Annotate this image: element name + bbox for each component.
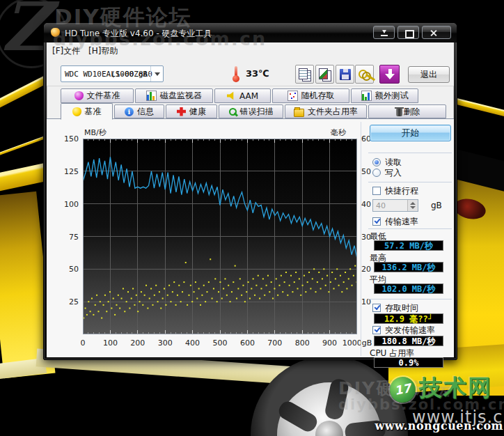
hdtune-window: HD Tune 专业版 v4.60 - 硬盘专业工具 [F]文件 [H]帮助 W… — [43, 22, 457, 360]
folder-usage-icon — [294, 109, 304, 117]
access-time-checkbox[interactable] — [372, 304, 381, 312]
exit-button[interactable]: 退出 — [408, 66, 450, 83]
tab-health[interactable]: 健康 — [166, 104, 217, 118]
restore-icon — [405, 30, 414, 38]
thermometer-icon — [232, 66, 240, 82]
chart-svg — [83, 139, 357, 334]
x-tick: 600 — [232, 338, 262, 348]
left-tick: 75 — [58, 233, 79, 242]
left-tick: 150 — [58, 134, 79, 143]
tab-label: 文件基准 — [87, 90, 120, 102]
spinner-value: 40 — [376, 201, 386, 210]
panel-divider — [361, 122, 361, 356]
menu-help[interactable]: [H]帮助 — [86, 45, 120, 57]
left-tick: 100 — [58, 200, 79, 209]
spinner-arrows[interactable] — [407, 200, 418, 211]
x-tick: 200 — [123, 338, 153, 348]
tab-label: 信息 — [137, 106, 154, 118]
menu-bar: [F]文件 [H]帮助 — [47, 42, 454, 59]
access-time-value: 12.9 毫??┘ — [374, 313, 443, 324]
tab-label: 随机存取 — [301, 90, 335, 102]
write-radio[interactable] — [372, 169, 381, 177]
minimize-button[interactable] — [373, 26, 395, 39]
read-radio[interactable] — [372, 158, 381, 166]
spinner-unit: gB — [431, 201, 442, 210]
health-icon — [177, 107, 186, 116]
tab-benchmark[interactable]: 基准 — [61, 103, 113, 120]
max-value: 136.2 MB/秒 — [374, 262, 443, 272]
extra-tests-icon — [361, 91, 372, 101]
left-tick: 50 — [58, 265, 79, 274]
close-button[interactable] — [422, 26, 451, 39]
burst-rate-value: 180.8 MB/秒 — [374, 336, 443, 346]
x-tick: 900 — [315, 338, 345, 348]
save-button[interactable] — [336, 65, 354, 84]
transfer-rate-label[interactable]: 传输速率 — [385, 216, 418, 228]
short-stroke-label[interactable]: 快捷行程 — [385, 185, 418, 197]
benchmark-icon — [72, 107, 81, 116]
left-axis-title: MB/秒 — [84, 127, 107, 138]
license-keys-button[interactable] — [355, 65, 374, 84]
left-tick: 25 — [58, 297, 79, 306]
copy-image-icon — [319, 68, 328, 79]
x-tick: 300 — [150, 338, 180, 348]
right-axis-title: 毫秒 — [331, 127, 346, 138]
download-button[interactable] — [379, 65, 400, 84]
title-bar[interactable]: HD Tune 专业版 v4.60 - 硬盘专业工具 — [44, 23, 457, 42]
short-stroke-checkbox[interactable] — [372, 187, 381, 195]
chevron-down-icon[interactable] — [150, 66, 163, 81]
error-scan-icon — [229, 108, 237, 116]
info-icon: i — [125, 107, 134, 116]
tab-disk-monitor[interactable]: 磁盘监视器 — [135, 88, 213, 103]
app-icon — [51, 28, 60, 37]
short-stroke-spinner[interactable]: 40 — [372, 199, 418, 212]
tab-label: 删除 — [404, 106, 420, 118]
burst-rate-checkbox[interactable] — [372, 326, 381, 334]
drive-select[interactable]: WDC WD10EALS-00Z8A0 (1000 gB — [61, 65, 164, 82]
burst-rate-label[interactable]: 突发传输速率 — [385, 325, 435, 336]
tab-label: 磁盘监视器 — [160, 90, 202, 102]
x-tick: 0 — [68, 338, 98, 348]
tab-aam[interactable]: AAM — [214, 88, 271, 103]
benchmark-panel: MB/秒 毫秒 150125100755025 605040302010 010… — [47, 118, 454, 357]
temperature-value: 33℃ — [246, 68, 269, 79]
save-icon — [340, 69, 351, 80]
copy-text-button[interactable] — [295, 65, 314, 84]
tab-label: AAM — [239, 91, 258, 101]
car-streak — [450, 97, 504, 121]
x-tick: 1000gB — [342, 338, 372, 348]
tab-error-scan[interactable]: 错误扫描 — [219, 104, 283, 118]
tab-info[interactable]: i信息 — [114, 104, 164, 118]
benchmark-chart — [83, 139, 357, 334]
benchmark-file-icon — [74, 91, 84, 100]
tab-label: 健康 — [189, 106, 206, 118]
cpu-usage-value: 0.9% — [374, 357, 443, 368]
start-button[interactable]: 开始 — [370, 125, 451, 141]
x-tick: 700 — [260, 338, 290, 348]
restore-button[interactable] — [397, 26, 419, 39]
drive-capacity: (1000 gB — [111, 70, 148, 79]
tab-label: 文件夹占用率 — [308, 106, 358, 118]
tab-folder-usage[interactable]: 文件夹占用率 — [285, 104, 367, 118]
erase-icon — [396, 109, 402, 116]
menu-file[interactable]: [F]文件 — [49, 45, 83, 57]
x-tick: 400 — [178, 338, 208, 348]
tab-erase[interactable]: 删除 — [368, 104, 446, 118]
left-tick: 125 — [58, 167, 79, 176]
copy-text-icon — [299, 68, 308, 79]
client-area: [F]文件 [H]帮助 WDC WD10EALS-00Z8A0 (1000 gB… — [47, 42, 454, 357]
tab-random-access[interactable]: 随机存取 — [272, 88, 349, 103]
tab-extra-tests[interactable]: 额外测试 — [351, 88, 418, 103]
min-value: 57.2 MB/秒 — [374, 240, 443, 251]
transfer-rate-checkbox[interactable] — [372, 217, 381, 226]
copy-image-button[interactable] — [315, 65, 334, 84]
tab-label: 错误扫描 — [240, 106, 274, 118]
write-label[interactable]: 写入 — [385, 167, 402, 179]
x-tick: 100 — [95, 338, 125, 348]
x-tick: 500 — [205, 338, 235, 348]
random-access-icon — [288, 91, 298, 101]
tab-label: 额外测试 — [375, 90, 409, 102]
access-time-label[interactable]: 存取时间 — [385, 302, 418, 314]
avg-value: 102.0 MB/秒 — [374, 283, 443, 294]
tab-benchmark-file[interactable]: 文件基准 — [61, 88, 134, 103]
